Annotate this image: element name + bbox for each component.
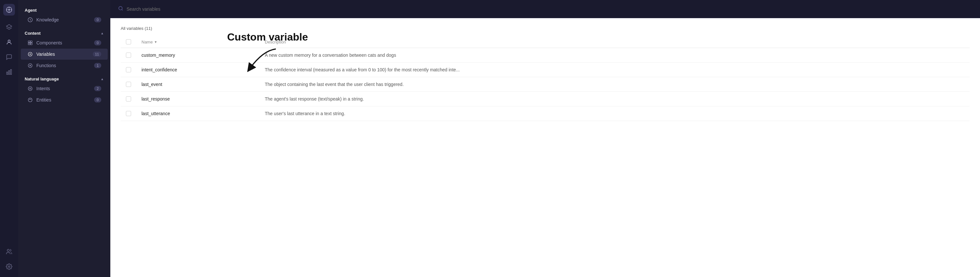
content-section: Content ▲ Components 0 V <box>18 28 110 72</box>
nl-label: Natural language <box>25 76 59 81</box>
row-description: The confidence interval (measured as a v… <box>259 63 970 77</box>
variables-table: Name ▼ Description custom_memory A new c… <box>121 36 970 121</box>
row-checkbox-cell <box>121 92 136 107</box>
row-name: last_response <box>136 92 259 107</box>
icon-rail <box>0 0 18 277</box>
nl-section-header: Natural language ▲ <box>18 74 110 83</box>
content-label: Content <box>25 31 41 36</box>
components-icon <box>27 40 33 46</box>
row-checkbox[interactable] <box>126 53 131 58</box>
row-description: The agent's last response (text/speak) i… <box>259 92 970 107</box>
row-name: custom_memory <box>136 48 259 63</box>
svg-rect-16 <box>28 43 30 45</box>
svg-point-20 <box>28 87 32 91</box>
search-container <box>118 6 224 12</box>
svg-point-11 <box>7 250 10 252</box>
row-description: The object containing the last event tha… <box>259 77 970 92</box>
functions-icon <box>27 63 33 68</box>
rail-agent-icon[interactable] <box>3 36 16 49</box>
rail-analytics-icon[interactable] <box>3 65 16 78</box>
app-logo[interactable] <box>3 4 15 16</box>
row-description: A new custom memory for a conversation b… <box>259 48 970 63</box>
agent-section-header: Agent <box>18 5 110 14</box>
svg-point-21 <box>30 88 31 89</box>
row-checkbox-cell <box>121 107 136 121</box>
rail-team-icon[interactable] <box>3 245 16 258</box>
svg-rect-10 <box>10 70 11 75</box>
rail-chat-icon[interactable] <box>3 51 16 64</box>
sidebar: Agent Knowledge 0 Content ▲ <box>18 0 110 277</box>
sidebar-item-functions[interactable]: Functions 1 <box>21 60 108 71</box>
sidebar-item-variables[interactable]: Variables 11 <box>21 49 108 60</box>
entities-badge: 0 <box>94 97 101 102</box>
svg-rect-8 <box>7 72 8 75</box>
content-area: All variables (11) Custom variable <box>110 18 980 277</box>
table-header-description: Description <box>259 36 970 48</box>
variables-icon <box>27 51 33 57</box>
search-input[interactable] <box>127 6 224 12</box>
intents-icon <box>27 86 33 91</box>
svg-rect-14 <box>28 41 30 43</box>
row-checkbox[interactable] <box>126 96 131 102</box>
topbar <box>110 0 980 18</box>
svg-point-7 <box>8 40 10 42</box>
components-badge: 0 <box>94 40 101 45</box>
svg-marker-6 <box>6 25 12 28</box>
intents-label: Intents <box>37 86 91 91</box>
row-checkbox[interactable] <box>126 82 131 87</box>
content-section-header: Content ▲ <box>18 28 110 37</box>
svg-rect-17 <box>30 43 32 45</box>
row-checkbox[interactable] <box>126 111 131 116</box>
row-checkbox-cell <box>121 48 136 63</box>
table-row: intent_confidence The confidence interva… <box>121 63 970 77</box>
row-name: last_event <box>136 77 259 92</box>
row-checkbox[interactable] <box>126 67 131 72</box>
rail-layers-icon[interactable] <box>3 21 16 34</box>
svg-point-1 <box>8 9 10 11</box>
table-row: last_utterance The user's last utterance… <box>121 107 970 121</box>
name-col-label: Name <box>142 40 153 45</box>
sidebar-item-components[interactable]: Components 0 <box>21 37 108 48</box>
sidebar-item-knowledge[interactable]: Knowledge 0 <box>21 14 108 25</box>
sort-icon: ▼ <box>154 40 158 44</box>
table-row: last_response The agent's last response … <box>121 92 970 107</box>
name-sort-button[interactable]: Name ▼ <box>142 40 255 45</box>
table-row: last_event The object containing the las… <box>121 77 970 92</box>
entities-label: Entities <box>37 97 91 102</box>
sidebar-item-entities[interactable]: Entities 0 <box>21 94 108 105</box>
agent-label: Agent <box>25 8 37 13</box>
description-col-label: Description <box>265 40 286 45</box>
search-icon <box>118 6 123 12</box>
svg-point-23 <box>119 6 123 10</box>
table-row: custom_memory A new custom memory for a … <box>121 48 970 63</box>
svg-point-12 <box>8 266 10 267</box>
nl-chevron-icon: ▲ <box>100 77 104 81</box>
row-name: intent_confidence <box>136 63 259 77</box>
entities-icon <box>27 97 33 103</box>
variables-label: Variables <box>37 52 89 57</box>
svg-rect-9 <box>8 71 10 75</box>
knowledge-badge: 0 <box>94 17 101 22</box>
svg-rect-15 <box>30 41 32 43</box>
svg-point-22 <box>28 98 32 102</box>
sidebar-item-intents[interactable]: Intents 2 <box>21 83 108 94</box>
row-checkbox-cell <box>121 63 136 77</box>
content-chevron-icon: ▲ <box>100 32 104 35</box>
main-area: All variables (11) Custom variable <box>110 0 980 277</box>
natural-language-section: Natural language ▲ Intents 2 Entities 0 <box>18 74 110 106</box>
variables-badge: 11 <box>93 52 101 57</box>
knowledge-icon <box>27 17 33 23</box>
svg-line-24 <box>122 10 123 10</box>
intents-badge: 2 <box>94 86 101 91</box>
all-variables-header: All variables (11) <box>121 26 970 31</box>
table-header-name[interactable]: Name ▼ <box>136 36 259 48</box>
functions-label: Functions <box>37 63 91 68</box>
row-checkbox-cell <box>121 77 136 92</box>
functions-badge: 1 <box>94 63 101 68</box>
table-header-checkbox <box>121 36 136 48</box>
row-name: last_utterance <box>136 107 259 121</box>
row-description: The user's last utterance in a text stri… <box>259 107 970 121</box>
rail-settings-icon[interactable] <box>3 260 16 273</box>
components-label: Components <box>37 40 91 45</box>
select-all-checkbox[interactable] <box>126 39 131 45</box>
